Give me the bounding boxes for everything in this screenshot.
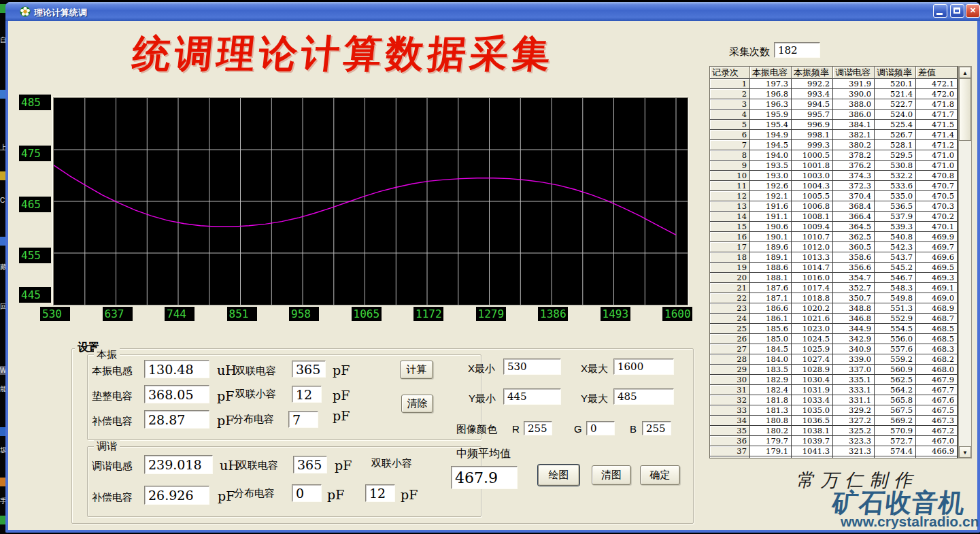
table-row[interactable]: 1197.3992.2391.9520.1472.1: [710, 79, 958, 89]
table-row[interactable]: 37179.11041.3321.3574.4466.9: [710, 446, 958, 456]
osc-inductance-input[interactable]: [144, 360, 209, 378]
table-cell: 33: [710, 405, 750, 416]
table-row[interactable]: 12192.11005.5370.4535.0470.5: [710, 191, 958, 201]
tune-stray-cap-input[interactable]: [292, 484, 322, 502]
y-tick-label: 455: [19, 248, 51, 263]
table-row[interactable]: 18189.11013.3358.6543.7469.6: [710, 252, 958, 263]
table-row[interactable]: 34180.81036.5327.2569.2467.3: [710, 416, 958, 426]
table-cell: 390.0: [833, 89, 875, 99]
table-row[interactable]: 31182.41031.9333.1564.2467.7: [710, 385, 958, 395]
table-cell: 323.3: [833, 436, 875, 446]
table-row[interactable]: 5195.4996.9384.1525.4471.5: [710, 120, 958, 130]
ymin-input[interactable]: [503, 388, 561, 405]
scroll-down-button[interactable]: ▼: [959, 446, 971, 458]
ok-button[interactable]: 确定: [640, 465, 680, 485]
table-cell: 576.2: [875, 456, 916, 458]
table-row[interactable]: 15190.61009.4364.5539.3470.1: [710, 222, 958, 232]
osc-gang-trimmer-input[interactable]: [292, 386, 322, 403]
table-row[interactable]: 6194.9998.1382.1526.7471.4: [710, 130, 958, 140]
table-row[interactable]: 24186.11021.6346.8552.9468.7: [710, 314, 958, 324]
osc-comp-cap-input[interactable]: [144, 410, 209, 429]
table-cell: 17: [710, 242, 750, 252]
table-row[interactable]: 25185.61023.0344.9554.5468.5: [710, 324, 958, 334]
table-row[interactable]: 21187.61017.4352.7548.3469.1: [710, 283, 958, 293]
table-row[interactable]: 17189.61012.0360.5542.3469.7: [710, 242, 958, 252]
osc-inductance-unit: uH: [217, 363, 237, 378]
tune-comp-cap-input[interactable]: [144, 486, 209, 505]
green-input[interactable]: [586, 421, 615, 435]
titlebar[interactable]: 理论计算统调: [5, 2, 980, 21]
table-cell: 2: [710, 89, 750, 99]
table-row[interactable]: 3196.3994.5388.0522.7471.8: [710, 99, 958, 110]
maximize-button[interactable]: [950, 4, 964, 18]
table-row[interactable]: 8194.01000.5378.2529.5471.0: [710, 150, 958, 161]
table-row[interactable]: 38178.51042.9319.4576.2466.7: [710, 456, 958, 458]
osc-gang-cap-input[interactable]: [292, 361, 326, 378]
table-cell: 1005.5: [792, 191, 833, 201]
x-tick-label: 1493: [601, 307, 630, 321]
table-row[interactable]: 16190.11010.7362.5540.8469.9: [710, 232, 958, 242]
xmin-input[interactable]: [503, 358, 561, 375]
table-cell: 466.9: [916, 446, 958, 456]
table-row[interactable]: 35180.21038.1325.2570.9467.2: [710, 426, 958, 436]
table-cell: 15: [710, 222, 750, 232]
table-cell: 1013.3: [792, 252, 833, 263]
osc-padding-cap-input[interactable]: [144, 385, 209, 403]
table-row[interactable]: 27184.51025.9340.9557.6468.3: [710, 344, 958, 354]
table-row[interactable]: 19188.61014.7356.6545.2469.5: [710, 263, 958, 273]
tune-gang-trimmer-input[interactable]: [365, 484, 395, 502]
app-icon: [20, 6, 31, 17]
table-cell: 182.4: [750, 385, 792, 395]
clear-plot-button[interactable]: 清图: [592, 465, 631, 485]
red-input[interactable]: [524, 421, 552, 435]
close-button[interactable]: ✕: [966, 4, 980, 18]
osc-stray-cap-input[interactable]: [288, 411, 318, 428]
table-row[interactable]: 7194.5999.3380.2528.1471.2: [710, 140, 958, 150]
acquisition-count-input[interactable]: [774, 42, 820, 58]
table-cell: 469.1: [916, 283, 958, 293]
table-row[interactable]: 26185.01024.5342.9556.0468.5: [710, 334, 958, 344]
draw-button[interactable]: 绘图: [538, 465, 579, 486]
scroll-up-button[interactable]: ▲: [959, 67, 971, 78]
table-cell: 31: [710, 385, 750, 395]
tune-stray-cap-label: 分布电容: [234, 487, 275, 500]
table-cell: 24: [710, 314, 750, 324]
table-row[interactable]: 29183.51028.9337.0560.9468.0: [710, 365, 958, 375]
table-cell: 19: [710, 263, 750, 273]
table-row[interactable]: 11192.61004.3372.3533.6470.7: [710, 181, 958, 191]
table-row[interactable]: 33181.31035.0329.2567.5467.5: [710, 405, 958, 416]
table-row[interactable]: 32181.81033.4331.1565.8467.6: [710, 395, 958, 405]
table-cell: 1004.3: [792, 181, 833, 191]
table-cell: 1030.4: [792, 375, 833, 385]
table-row[interactable]: 23186.61020.2348.8551.3468.9: [710, 303, 958, 314]
table-row[interactable]: 13191.61006.8368.4536.5470.3: [710, 201, 958, 212]
table-cell: 469.7: [916, 242, 958, 252]
table-row[interactable]: 20188.11016.0354.7546.7469.3: [710, 273, 958, 283]
table-cell: 348.8: [833, 303, 875, 314]
table-cell: 471.7: [916, 110, 958, 120]
tune-inductance-input[interactable]: [144, 455, 213, 474]
y-tick-label: 445: [19, 287, 51, 303]
table-row[interactable]: 36179.71039.7323.3572.7467.0: [710, 436, 958, 446]
table-row[interactable]: 10193.01003.0374.3532.2470.8: [710, 171, 958, 181]
calculate-button[interactable]: 计算: [400, 361, 433, 379]
table-row[interactable]: 2196.8993.4390.0521.4472.0: [710, 89, 958, 99]
scrollbar-thumb[interactable]: [959, 78, 971, 141]
ymax-input[interactable]: [613, 388, 674, 405]
table-row[interactable]: 14191.11008.1366.4537.9470.2: [710, 212, 958, 222]
blue-input[interactable]: [642, 421, 671, 435]
minimize-button[interactable]: [933, 4, 947, 18]
table-cell: 554.5: [875, 324, 916, 334]
tune-gang-trimmer-label: 双联小容: [371, 457, 412, 470]
table-scrollbar[interactable]: ▲ ▼: [958, 66, 972, 458]
xmax-input[interactable]: [613, 358, 674, 375]
table-row[interactable]: 28184.01027.4339.0559.2468.2: [710, 354, 958, 365]
if-average-input[interactable]: [451, 466, 518, 489]
table-row[interactable]: 4195.9995.7386.0524.0471.7: [710, 110, 958, 120]
table-row[interactable]: 9193.51001.8376.2530.8471.0: [710, 161, 958, 171]
table-row[interactable]: 22187.11018.8350.7549.8469.0: [710, 293, 958, 303]
table-cell: 1027.4: [792, 354, 833, 365]
table-row[interactable]: 30182.91030.4335.1562.5467.9: [710, 375, 958, 385]
clear-button[interactable]: 清除: [401, 395, 433, 413]
tune-gang-cap-input[interactable]: [293, 456, 327, 473]
